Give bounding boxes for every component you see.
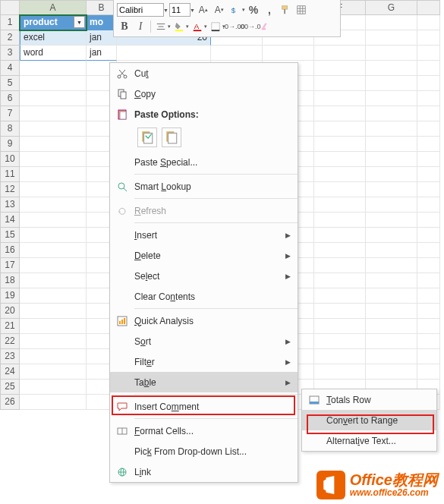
cell[interactable] [20,106,87,121]
cell[interactable] [20,243,87,258]
cell[interactable] [314,167,366,182]
col-header-g[interactable]: G [366,0,417,15]
col-header-b[interactable]: B [87,0,117,15]
row-header[interactable]: 19 [0,288,20,304]
menu-copy[interactable]: Copy [110,83,298,104]
cell[interactable] [366,137,417,152]
row-header[interactable]: 16 [0,243,20,258]
cell[interactable] [117,46,211,61]
select-all-corner[interactable] [0,0,20,15]
cell[interactable] [314,349,366,364]
fill-color-icon[interactable] [172,19,187,34]
cell[interactable] [417,213,440,228]
cell[interactable] [366,364,417,380]
cell[interactable] [263,46,314,61]
cell[interactable] [366,243,417,258]
cell[interactable] [211,46,263,61]
paste-values-button[interactable] [162,128,181,147]
row-header[interactable]: 10 [0,152,20,167]
percent-format-icon[interactable]: % [246,2,261,17]
cell[interactable] [314,319,366,334]
menu-paste-special[interactable]: Paste Special... [110,152,298,172]
cell[interactable] [20,61,87,76]
italic-button[interactable]: I [133,19,148,34]
row-header[interactable]: 13 [0,197,20,213]
cell[interactable] [417,182,440,197]
row-header[interactable]: 2 [0,30,20,46]
filter-button[interactable] [74,16,85,28]
row-header[interactable]: 8 [0,121,20,137]
cell[interactable] [366,258,417,273]
cell[interactable] [314,228,366,243]
cell[interactable] [417,30,440,46]
row-header[interactable]: 24 [0,364,20,380]
row-header[interactable]: 14 [0,213,20,228]
cell[interactable] [314,334,366,349]
cell[interactable] [314,61,366,76]
row-header[interactable]: 22 [0,334,20,349]
font-size-select[interactable] [169,3,191,17]
cell[interactable] [314,106,366,121]
cell[interactable] [417,91,440,106]
cell[interactable] [314,213,366,228]
cell[interactable] [366,152,417,167]
cell-product[interactable]: word [20,46,87,61]
cell[interactable] [417,152,440,167]
chevron-down-icon[interactable]: ▾ [242,7,245,13]
bold-button[interactable]: B [117,19,132,34]
menu-pick-from-list[interactable]: Pick From Drop-down List... [110,441,298,461]
menu-insert-comment[interactable]: Insert Comment [110,396,298,417]
cell[interactable] [366,213,417,228]
cell[interactable] [314,91,366,106]
cell[interactable] [20,304,87,319]
decrease-font-icon[interactable]: A▾ [212,2,227,17]
font-name-select[interactable] [117,3,164,17]
cell[interactable] [20,395,87,410]
chevron-down-icon[interactable]: ▾ [186,24,189,30]
align-center-icon[interactable] [153,19,168,34]
cell[interactable] [366,91,417,106]
cell[interactable] [417,106,440,121]
cell[interactable] [417,273,440,288]
cell[interactable] [366,304,417,319]
cell[interactable] [366,30,417,46]
menu-select[interactable]: Select ▶ [110,266,298,286]
decrease-decimal-icon[interactable]: .00→.0 [242,19,257,34]
menu-format-cells[interactable]: Format Cells... [110,421,298,441]
chevron-down-icon[interactable]: ▼ [190,8,195,13]
comma-format-icon[interactable]: , [262,2,277,17]
cell[interactable] [366,349,417,364]
chevron-down-icon[interactable]: ▾ [168,24,171,30]
cell[interactable] [20,91,87,106]
col-header-rest[interactable] [417,0,440,15]
col-header-a[interactable]: A [20,0,87,15]
cell[interactable] [417,243,440,258]
cell[interactable] [20,228,87,243]
cell[interactable] [20,258,87,273]
cell[interactable] [417,228,440,243]
cell[interactable] [417,137,440,152]
menu-quick-analysis[interactable]: Quick Analysis [110,310,298,331]
cell[interactable] [366,46,417,61]
cell[interactable] [417,121,440,137]
cell[interactable] [366,182,417,197]
cell[interactable] [20,349,87,364]
cell[interactable] [366,76,417,91]
cell[interactable] [314,258,366,273]
cell[interactable] [314,273,366,288]
menu-smart-lookup[interactable]: Smart Lookup [110,176,298,197]
cell[interactable] [20,319,87,334]
cell[interactable] [20,213,87,228]
row-header[interactable]: 23 [0,349,20,364]
cell[interactable] [20,121,87,137]
cell[interactable] [20,152,87,167]
cell-month[interactable]: jan [87,30,117,46]
cell[interactable] [417,76,440,91]
cell[interactable] [20,364,87,380]
row-header[interactable]: 18 [0,273,20,288]
cell[interactable] [366,273,417,288]
cell[interactable] [417,304,440,319]
table-header-month[interactable]: mo [87,15,117,30]
cell[interactable] [366,288,417,304]
cell[interactable] [314,197,366,213]
